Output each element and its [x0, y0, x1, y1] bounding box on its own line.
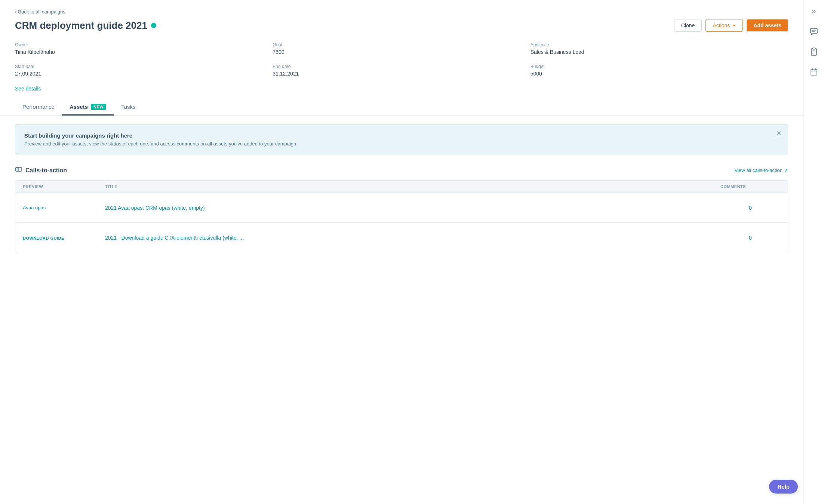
cell-preview-2: DOWNLOAD GUIDE [23, 235, 105, 241]
cell-title-2: 2021 - Download a guide CTA-elementti et… [105, 235, 720, 241]
back-link[interactable]: ‹ Back to all campaigns [15, 9, 788, 15]
chevron-right-icon[interactable]: ›› [807, 4, 821, 18]
header-actions: Clone Actions Add assets [674, 19, 788, 32]
tab-tasks[interactable]: Tasks [114, 99, 143, 116]
svg-rect-1 [16, 168, 18, 171]
clipboard-icon[interactable] [807, 45, 821, 58]
col-title: TITLE [105, 184, 720, 189]
content-area: Start building your campaigns right here… [0, 116, 803, 262]
table-header: PREVIEW TITLE COMMENTS [15, 181, 788, 193]
tab-performance[interactable]: Performance [15, 99, 62, 116]
table-row: DOWNLOAD GUIDE 2021 - Download a guide C… [15, 223, 788, 253]
col-comments: COMMENTS [720, 184, 780, 189]
meta-owner: Owner Tiina Kilpelänaho [15, 39, 273, 58]
actions-button[interactable]: Actions [705, 19, 743, 32]
help-button[interactable]: Help [769, 480, 798, 494]
banner-title: Start building your campaigns right here [24, 132, 770, 139]
meta-goal: Goal 7600 [273, 39, 530, 58]
svg-rect-6 [813, 48, 815, 49]
page-title: CRM deployment guide 2021 [15, 20, 147, 31]
meta-audience: Audience Sales & Business Lead [531, 39, 788, 58]
clone-button[interactable]: Clone [674, 19, 702, 32]
meta-end-date: End date 31.12.2021 [273, 61, 530, 80]
cell-preview-1: Avaa opas [23, 205, 105, 210]
section-title: Calls-to-action [15, 166, 67, 175]
meta-grid-row2: Start date 27.09.2021 End date 31.12.202… [15, 61, 788, 80]
cell-title-1: 2021 Avaa opas: CRM-opas (white, empty) [105, 205, 720, 211]
status-indicator [151, 23, 156, 28]
preview-link-1[interactable]: Avaa opas [23, 205, 46, 210]
info-banner: Start building your campaigns right here… [15, 125, 788, 154]
title-row: CRM deployment guide 2021 Clone Actions … [15, 19, 788, 32]
svg-rect-2 [811, 28, 817, 33]
svg-rect-10 [811, 69, 817, 75]
view-all-link[interactable]: View all calls-to-action ↗ [735, 168, 788, 173]
chevron-down-icon [733, 25, 736, 27]
sidebar-right: ›› [803, 0, 824, 504]
chevron-left-icon: ‹ [15, 9, 16, 15]
preview-link-2[interactable]: DOWNLOAD GUIDE [23, 236, 64, 240]
meta-grid-row1: Owner Tiina Kilpelänaho Goal 7600 Audien… [15, 39, 788, 58]
cta-table: PREVIEW TITLE COMMENTS Avaa opas 2021 Av… [15, 180, 788, 253]
col-preview: PREVIEW [23, 184, 105, 189]
cell-comments-2: 0 [720, 235, 780, 241]
meta-start-date: Start date 27.09.2021 [15, 61, 273, 80]
section-header: Calls-to-action View all calls-to-action… [15, 166, 788, 175]
tabs-row: Performance Assets NEW Tasks [0, 99, 803, 116]
external-link-icon: ↗ [784, 168, 788, 173]
cell-comments-1: 0 [720, 205, 780, 211]
add-assets-button[interactable]: Add assets [747, 19, 788, 31]
main-content: ‹ Back to all campaigns CRM deployment g… [0, 0, 803, 504]
meta-budget: Budget 5000 [531, 61, 788, 80]
title-left: CRM deployment guide 2021 [15, 20, 156, 31]
chat-icon[interactable] [807, 25, 821, 38]
tab-assets[interactable]: Assets NEW [62, 99, 114, 116]
calendar-icon[interactable] [807, 65, 821, 79]
banner-text: Preview and edit your assets, view the s… [24, 141, 770, 147]
table-row: Avaa opas 2021 Avaa opas: CRM-opas (whit… [15, 193, 788, 223]
see-details-link[interactable]: See details [15, 86, 41, 92]
cta-icon [15, 166, 22, 175]
banner-close-button[interactable]: ✕ [776, 130, 782, 137]
page-header: ‹ Back to all campaigns CRM deployment g… [0, 0, 803, 116]
new-badge: NEW [91, 104, 106, 110]
